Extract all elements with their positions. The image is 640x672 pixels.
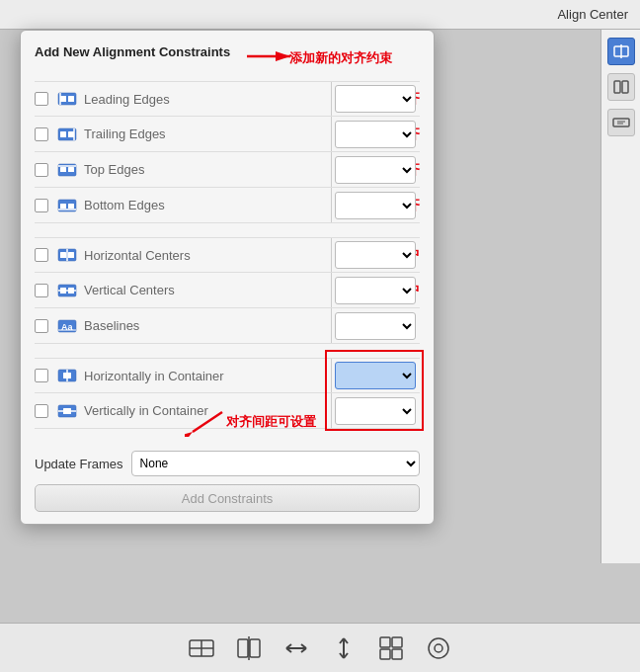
svg-rect-12 — [60, 131, 66, 137]
update-frames-row: Update Frames None Items of New Constrai… — [35, 451, 420, 476]
spacing-annotation: 对齐间距可设置 — [185, 407, 316, 437]
svg-rect-4 — [613, 119, 629, 126]
h-container-checkbox[interactable] — [35, 369, 48, 382]
leading-edges-row: Leading Edges 左对齐 — [35, 81, 420, 117]
svg-rect-60 — [380, 649, 390, 659]
h-container-select[interactable] — [335, 362, 416, 389]
leading-dropdown-col — [331, 82, 420, 116]
svg-rect-17 — [68, 167, 74, 172]
align-center-label: Align Center — [557, 7, 628, 22]
update-frames-select[interactable]: None Items of New Constraints All Frames… — [131, 451, 420, 476]
baselines-dropdown-col — [331, 308, 420, 343]
vcenter-row: Vertical Centers 垂直居中 — [35, 273, 420, 308]
toolbar-btn-1[interactable] — [185, 631, 218, 665]
trailing-label: Trailing Edges — [84, 126, 372, 141]
side-icon-1[interactable] — [607, 38, 635, 65]
update-frames-label: Update Frames — [35, 457, 123, 471]
leading-select[interactable] — [335, 85, 416, 113]
constraints-group-1: Leading Edges 左对齐 Trailing Edges 右对齐 — [35, 81, 420, 223]
toolbar-btn-3[interactable] — [280, 631, 313, 665]
h-container-icon — [56, 365, 78, 386]
toolbar-btn-5[interactable] — [374, 631, 408, 665]
panel-title: Add New Alignment Constraints — [35, 44, 230, 59]
hcenter-label: Horizontal Centers — [84, 248, 359, 263]
v-container-select[interactable] — [335, 397, 416, 425]
constraints-group-3: Horizontally in Container Vertically in … — [35, 352, 420, 429]
leading-checkbox[interactable] — [35, 92, 48, 106]
hcenter-dropdown-col — [331, 238, 420, 272]
bottom-checkbox[interactable] — [35, 199, 48, 212]
hcenter-row: Horizontal Centers 水平居中 — [35, 237, 420, 273]
top-select[interactable] — [335, 156, 416, 184]
right-panel — [600, 30, 640, 563]
add-constraints-button[interactable]: Add Constraints — [35, 484, 420, 512]
baselines-checkbox[interactable] — [35, 319, 48, 333]
spacing-label: 对齐间距可设置 — [226, 413, 316, 431]
svg-rect-58 — [380, 637, 390, 647]
svg-rect-46 — [250, 639, 260, 657]
vcenter-select[interactable] — [335, 277, 416, 304]
v-container-checkbox[interactable] — [35, 404, 48, 418]
svg-rect-9 — [68, 96, 74, 102]
h-container-dropdown-col — [331, 359, 420, 392]
toolbar-btn-2[interactable] — [232, 631, 266, 665]
trailing-edges-row: Trailing Edges 右对齐 — [35, 117, 420, 152]
constraints-group-2: Horizontal Centers 水平居中 Vertical Centers… — [35, 231, 420, 344]
svg-rect-59 — [392, 637, 402, 647]
leading-label: Leading Edges — [84, 92, 372, 107]
bottom-dropdown-col — [331, 188, 420, 222]
top-dropdown-col — [331, 152, 420, 187]
side-icon-3[interactable] — [607, 109, 635, 136]
top-label: Top Edges — [84, 162, 359, 177]
vcenter-checkbox[interactable] — [35, 284, 48, 297]
trailing-checkbox[interactable] — [35, 127, 48, 141]
vcenter-label: Vertical Centers — [84, 283, 359, 297]
top-icon — [56, 159, 78, 181]
title-annotation: 添加新的对齐约束 — [289, 49, 392, 67]
svg-line-41 — [193, 412, 222, 432]
svg-rect-3 — [622, 81, 628, 93]
top-bar: Align Center — [0, 0, 640, 30]
trailing-dropdown-col — [331, 117, 420, 151]
main-panel: Add New Alignment Constraints 添加新的对齐约束 L… — [20, 30, 435, 525]
v-container-icon — [56, 400, 78, 422]
leading-icon — [56, 88, 78, 110]
svg-point-63 — [435, 644, 442, 652]
bottom-select[interactable] — [335, 192, 416, 219]
baselines-select[interactable] — [335, 312, 416, 340]
svg-rect-8 — [60, 96, 66, 102]
v-container-dropdown-col — [331, 393, 420, 428]
svg-rect-45 — [238, 639, 248, 657]
vcenter-dropdown-col — [331, 273, 420, 307]
title-arrow — [247, 46, 296, 66]
svg-rect-13 — [68, 131, 74, 137]
trailing-select[interactable] — [335, 121, 416, 148]
bottom-label: Bottom Edges — [84, 198, 359, 212]
vcenter-icon — [56, 280, 78, 301]
svg-point-62 — [429, 638, 448, 658]
top-checkbox[interactable] — [35, 163, 48, 177]
trailing-icon — [56, 124, 78, 145]
baselines-icon: Aa — [56, 315, 78, 337]
baselines-row: Aa Baselines — [35, 308, 420, 344]
top-edges-row: Top Edges 顶部对齐 — [35, 152, 420, 188]
svg-rect-16 — [60, 167, 66, 172]
group-spacer-2 — [35, 344, 420, 352]
toolbar-btn-6[interactable] — [422, 631, 455, 665]
svg-rect-20 — [60, 204, 66, 209]
group-spacer-1 — [35, 223, 420, 231]
hcenter-icon — [56, 244, 78, 266]
svg-rect-24 — [60, 252, 66, 258]
svg-rect-61 — [392, 649, 402, 659]
hcenter-select[interactable] — [335, 241, 416, 269]
svg-rect-2 — [614, 81, 620, 93]
bottom-edges-row: Bottom Edges 底部对齐 — [35, 188, 420, 223]
bottom-icon — [56, 195, 78, 216]
bottom-toolbar — [0, 623, 640, 672]
h-container-row: Horizontally in Container — [35, 358, 420, 393]
spacing-arrow — [185, 407, 224, 437]
svg-rect-21 — [68, 204, 74, 209]
toolbar-btn-4[interactable] — [327, 631, 360, 665]
hcenter-checkbox[interactable] — [35, 248, 48, 262]
side-icon-2[interactable] — [607, 73, 635, 101]
